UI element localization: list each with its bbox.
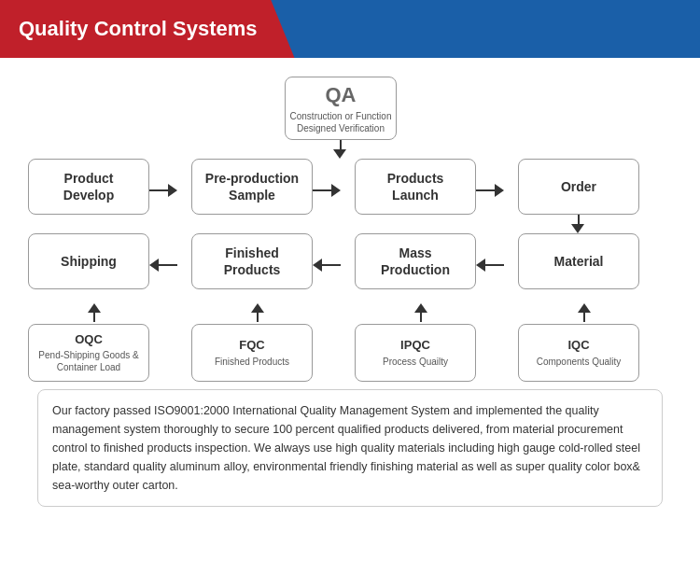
products-launch-box: ProductsLaunch — [355, 159, 476, 215]
mass-production-label: MassProduction — [381, 245, 450, 278]
shipping-label: Shipping — [61, 253, 117, 270]
arrow-order-down-line — [578, 215, 580, 224]
arrow-fqc-fp — [251, 303, 264, 322]
ipqc-sub: Process Quailty — [383, 356, 448, 368]
finished-products-box: FinishedProducts — [191, 233, 313, 289]
iqc-sub: Components Quality — [537, 356, 622, 368]
arrow-pp-pl — [313, 184, 341, 197]
fqc-box: FQC Finished Products — [191, 324, 313, 382]
order-label: Order — [561, 178, 596, 195]
oqc-box: OQC Pend-Shipping Goods &Container Load — [28, 324, 149, 382]
material-label: Material — [554, 253, 604, 270]
mass-production-box: MassProduction — [355, 233, 476, 289]
iqc-box: IQC Components Quality — [518, 324, 639, 382]
arrow-qa-down-line — [340, 140, 342, 149]
header-red-band: Quality Control Systems — [0, 0, 295, 58]
flowchart-container: QA Construction or FunctionDesigned Veri… — [19, 72, 681, 380]
arrow-mat-mp — [476, 259, 504, 272]
pre-production-label: Pre-productionSample — [205, 170, 299, 203]
qa-box: QA Construction or FunctionDesigned Veri… — [285, 77, 397, 140]
pre-production-box: Pre-productionSample — [191, 159, 313, 215]
arrow-qa-down-tri — [333, 149, 346, 159]
arrow-order-down-tri — [571, 224, 584, 233]
product-develop-box: ProductDevelop — [28, 159, 149, 215]
info-box: Our factory passed ISO9001:2000 Internat… — [37, 389, 663, 507]
material-box: Material — [518, 233, 639, 289]
page-title: Quality Control Systems — [19, 17, 258, 41]
arrow-oqc-ship — [88, 303, 101, 322]
fqc-sub: Finished Products — [215, 356, 289, 368]
qa-label: QA — [326, 82, 357, 109]
products-launch-label: ProductsLaunch — [387, 170, 444, 203]
content-area: QA Construction or FunctionDesigned Veri… — [0, 58, 700, 516]
arrow-mp-fp — [313, 259, 341, 272]
shipping-box: Shipping — [28, 233, 149, 289]
arrow-pl-order — [476, 184, 504, 197]
product-develop-label: ProductDevelop — [63, 170, 114, 203]
header: Quality Control Systems — [0, 0, 700, 58]
ipqc-label: IPQC — [400, 338, 430, 354]
qa-sub: Construction or FunctionDesigned Verific… — [290, 110, 392, 134]
arrow-iqc-mat — [578, 303, 591, 322]
fqc-label: FQC — [239, 338, 264, 354]
info-text: Our factory passed ISO9001:2000 Internat… — [52, 404, 640, 492]
oqc-sub: Pend-Shipping Goods &Container Load — [38, 349, 138, 373]
flowchart-wrapper: QA Construction or FunctionDesigned Veri… — [19, 72, 681, 380]
oqc-label: OQC — [75, 332, 103, 348]
arrow-fp-ship — [149, 259, 177, 272]
iqc-label: IQC — [567, 338, 589, 354]
finished-products-label: FinishedProducts — [224, 245, 281, 278]
order-box: Order — [518, 159, 639, 215]
arrow-pd-pp — [149, 184, 177, 197]
ipqc-box: IPQC Process Quailty — [355, 324, 476, 382]
arrow-ipqc-mp — [414, 303, 427, 322]
